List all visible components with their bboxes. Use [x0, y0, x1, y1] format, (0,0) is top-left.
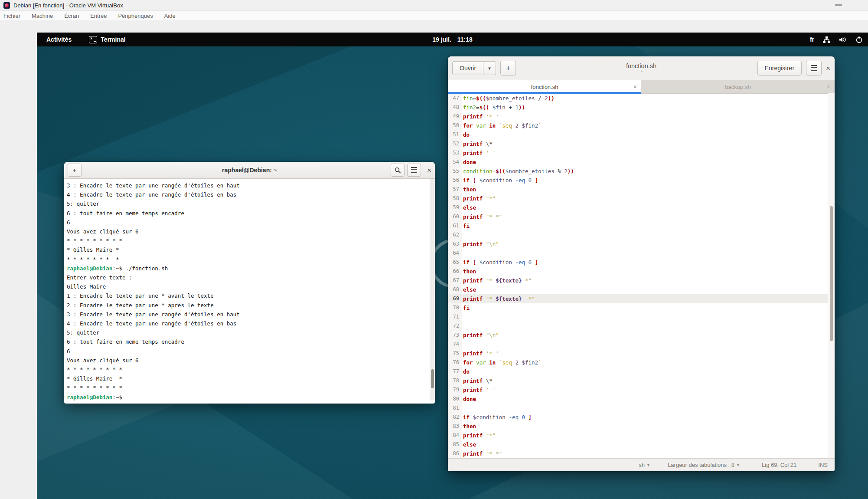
- vbox-menu-item[interactable]: Machine: [32, 13, 53, 19]
- tab-close-button[interactable]: ×: [633, 83, 637, 90]
- code-text: printf "*": [462, 194, 496, 203]
- keyboard-layout-indicator[interactable]: fr: [810, 36, 814, 43]
- clock-button[interactable]: 19 juil. 11:18: [432, 36, 473, 43]
- code-line[interactable]: 62: [448, 230, 835, 240]
- network-icon[interactable]: [823, 36, 830, 43]
- code-area: 47fin=$(($nombre_etoiles / 2))48fin2=$((…: [448, 94, 835, 458]
- editor-scrollbar[interactable]: [828, 93, 835, 458]
- code-line[interactable]: 83then: [448, 422, 835, 431]
- power-icon[interactable]: [855, 36, 863, 43]
- terminal-line: * * * * * * * * *: [67, 236, 429, 245]
- tab-width-selector[interactable]: Largeur des tabulations : 8 ▾: [668, 462, 739, 468]
- code-line[interactable]: 68else: [448, 285, 835, 294]
- open-dropdown-button[interactable]: ▾: [483, 61, 496, 75]
- terminal-output: 3 : Encadre le texte par une rangée d'ét…: [64, 179, 435, 404]
- code-line[interactable]: 52printf \*: [448, 139, 835, 148]
- code-line[interactable]: 49printf '* ': [448, 112, 835, 121]
- code-line[interactable]: 48fin2=$(( $fin + 1)): [448, 103, 835, 112]
- vbox-menu-item[interactable]: Périphériques: [118, 13, 153, 19]
- terminal-close-button[interactable]: ×: [427, 167, 431, 174]
- code-line[interactable]: 85else: [448, 440, 835, 449]
- code-line[interactable]: 70fi: [448, 303, 835, 312]
- vbox-menu-item[interactable]: Aide: [164, 13, 176, 19]
- code-line[interactable]: 47fin=$(($nombre_etoiles / 2)): [448, 94, 835, 103]
- code-line[interactable]: 75printf '* ': [448, 349, 835, 358]
- code-line[interactable]: 69printf "* ${texte} *": [448, 294, 835, 303]
- terminal-menu-button[interactable]: [407, 164, 421, 177]
- activities-button[interactable]: Activités: [46, 36, 72, 43]
- code-line[interactable]: 60printf "* *": [448, 212, 835, 221]
- line-number: 63: [448, 240, 462, 249]
- tab-label: backup.sh: [725, 84, 751, 90]
- code-line[interactable]: 79printf ' ': [448, 385, 835, 394]
- code-line[interactable]: 78printf \*: [448, 376, 835, 385]
- code-text: then: [462, 267, 476, 276]
- tab-fonction.sh[interactable]: fonction.sh×: [448, 80, 641, 93]
- line-number: 81: [448, 404, 462, 413]
- code-line[interactable]: 65if [ $condition -eq 0 ]: [448, 258, 835, 267]
- code-line[interactable]: 67printf "* ${texte} *": [448, 276, 835, 285]
- code-line[interactable]: 66then: [448, 267, 835, 276]
- tab-backup.sh[interactable]: backup.sh×: [641, 80, 835, 93]
- code-line[interactable]: 64: [448, 249, 835, 258]
- terminal-line: Vous avez cliqué sur 6: [67, 227, 429, 236]
- code-line[interactable]: 56if [ $condition -eq 0 ]: [448, 176, 835, 185]
- terminal-scrollbar-thumb[interactable]: [431, 369, 434, 388]
- code-line[interactable]: 76for var in `seq 2 $fin2`: [448, 358, 835, 367]
- code-text: printf "* *": [462, 212, 502, 221]
- code-text: printf '* ': [462, 349, 499, 358]
- search-button[interactable]: [391, 164, 405, 177]
- code-text: printf "*": [462, 431, 496, 440]
- code-text: else: [462, 285, 476, 294]
- terminal-headerbar[interactable]: + raphael@Debian: ~ ×: [64, 162, 435, 179]
- cursor-position-label: Lig 69, Col 21: [762, 462, 796, 468]
- code-line[interactable]: 77do: [448, 367, 835, 376]
- editor-scrollbar-thumb[interactable]: [830, 206, 833, 341]
- code-text: do: [462, 367, 470, 376]
- code-line[interactable]: 63printf "\n": [448, 240, 835, 249]
- save-button[interactable]: Enregistrer: [757, 61, 802, 76]
- code-line[interactable]: 59else: [448, 203, 835, 212]
- gedit-headerbar[interactable]: Ouvrir ▾ + fonction.sh ~ Enregistrer ×: [448, 56, 835, 80]
- code-line[interactable]: 55condition=$(($nombre_etoiles % 2)): [448, 167, 835, 176]
- code-line[interactable]: 50for var in `seq 2 $fin2`: [448, 121, 835, 130]
- tab-close-button[interactable]: ×: [827, 83, 830, 90]
- code-line[interactable]: 54done: [448, 158, 835, 167]
- vbox-menu-item[interactable]: Fichier: [3, 13, 20, 19]
- code-line[interactable]: 53printf ' ': [448, 148, 835, 158]
- language-selector[interactable]: sh ▾: [639, 462, 649, 468]
- code-line[interactable]: 74: [448, 340, 835, 349]
- minimize-button[interactable]: [835, 4, 842, 6]
- new-document-button[interactable]: +: [500, 61, 516, 76]
- open-button[interactable]: Ouvrir: [452, 61, 483, 75]
- code-line[interactable]: 82if $condition -eq 0 ]: [448, 413, 835, 422]
- gedit-close-button[interactable]: ×: [826, 65, 830, 72]
- vbox-window-title: Debian [En fonction] - Oracle VM Virtual…: [13, 2, 123, 9]
- code-line[interactable]: 72: [448, 322, 835, 331]
- code-line[interactable]: 57then: [448, 185, 835, 194]
- vbox-menu-item[interactable]: Écran: [64, 13, 79, 19]
- terminal-line: 6: [67, 218, 429, 227]
- time-label: 11:18: [457, 36, 473, 43]
- code-text: fin=$(($nombre_etoiles / 2)): [462, 94, 555, 103]
- code-line[interactable]: 61fi: [448, 221, 835, 230]
- line-number: 78: [448, 376, 462, 385]
- code-line[interactable]: 51do: [448, 130, 835, 139]
- code-line[interactable]: 86printf "* *": [448, 449, 835, 458]
- vbox-menu-item[interactable]: Entrée: [90, 13, 107, 19]
- date-label: 19 juil.: [432, 36, 451, 43]
- gedit-menu-button[interactable]: [806, 61, 822, 76]
- code-line[interactable]: 73printf "\n": [448, 331, 835, 340]
- terminal-scrollbar[interactable]: [430, 179, 435, 401]
- line-number: 57: [448, 185, 462, 194]
- line-number: 65: [448, 258, 462, 267]
- vbox-titlebar[interactable]: Debian [En fonction] - Oracle VM Virtual…: [0, 0, 868, 11]
- focused-app-menu[interactable]: Terminal: [89, 36, 125, 43]
- volume-icon[interactable]: [839, 36, 847, 43]
- code-line[interactable]: 84printf "*": [448, 431, 835, 440]
- code-line[interactable]: 58printf "*": [448, 194, 835, 203]
- code-line[interactable]: 71: [448, 312, 835, 322]
- code-line[interactable]: 81: [448, 404, 835, 413]
- code-line[interactable]: 80done: [448, 394, 835, 404]
- code-text: [462, 404, 463, 413]
